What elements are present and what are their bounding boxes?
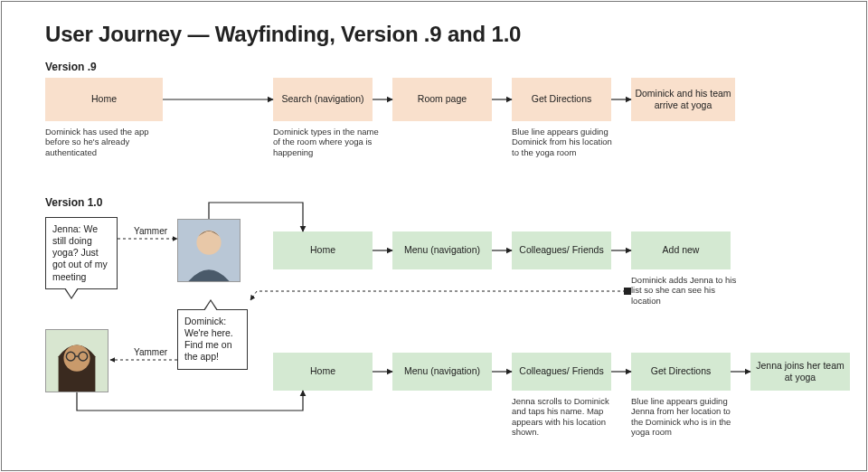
- v9-step-home: Home: [45, 78, 163, 121]
- v10a-step-addnew: Add new: [631, 231, 731, 269]
- v10b-step-home: Home: [273, 353, 373, 391]
- speech-dominick-text: Dominick: We're here. Find me on the app…: [184, 316, 233, 362]
- v9-caption-directions: Blue line appears guiding Dominick from …: [512, 127, 620, 157]
- page-title: User Journey — Wayfinding, Version .9 an…: [45, 22, 521, 47]
- speech-dominick: Dominick: We're here. Find me on the app…: [177, 309, 248, 370]
- dominick-photo: [177, 219, 241, 282]
- v10a-step-menu: Menu (navigation): [392, 231, 492, 269]
- svg-rect-19: [624, 288, 631, 295]
- v10b-caption-directions: Blue line appears guiding Jenna from her…: [631, 396, 740, 438]
- heading-v9: Version .9: [45, 61, 97, 73]
- v10b-step-colleagues: Colleagues/ Friends: [512, 353, 611, 391]
- v10b-step-arrive: Jenna joins her team at yoga: [750, 353, 850, 391]
- svg-point-1: [196, 231, 221, 255]
- v10a-caption-addnew: Dominick adds Jenna to his list so she c…: [631, 275, 740, 306]
- svg-point-3: [63, 345, 90, 372]
- v9-step-search: Search (navigation): [273, 78, 373, 121]
- v10a-step-home: Home: [273, 231, 373, 269]
- v10b-step-menu: Menu (navigation): [392, 353, 492, 391]
- person-icon: [46, 330, 108, 392]
- v9-step-room: Room page: [392, 78, 492, 121]
- v9-caption-search: Dominick types in the name of the room w…: [273, 127, 382, 157]
- v9-step-directions: Get Directions: [512, 78, 611, 121]
- v10a-step-colleagues: Colleagues/ Friends: [512, 231, 611, 269]
- heading-v10: Version 1.0: [45, 196, 102, 209]
- v9-step-arrive: Dominick and his team arrive at yoga: [631, 78, 735, 121]
- jenna-photo: [45, 329, 108, 392]
- v9-caption-home: Dominick has used the app before so he's…: [45, 127, 154, 157]
- person-icon: [178, 220, 240, 281]
- speech-jenna: Jenna: We still doing yoga? Just got out…: [45, 217, 118, 289]
- speech-jenna-text: Jenna: We still doing yoga? Just got out…: [52, 223, 108, 282]
- journey-diagram: User Journey — Wayfinding, Version .9 an…: [1, 1, 867, 471]
- yammer-label-1: Yammer: [134, 226, 167, 236]
- yammer-label-2: Yammer: [134, 347, 167, 357]
- v10b-caption-colleagues: Jenna scrolls to Dominick and taps his n…: [512, 396, 620, 438]
- v10b-step-directions: Get Directions: [631, 353, 731, 391]
